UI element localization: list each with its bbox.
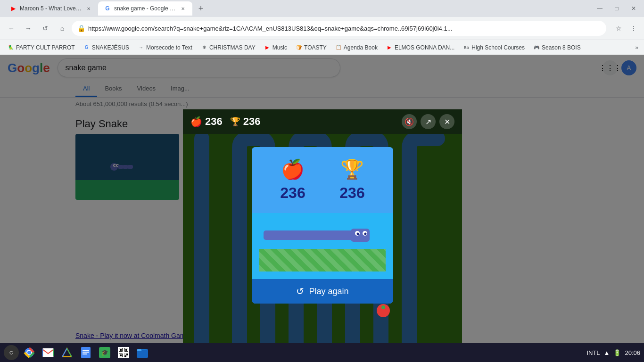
bookmark-parrot-label: PARTY CULT PARROT (16, 44, 75, 51)
replay-icon: ↺ (296, 286, 304, 297)
taskbar-chrome[interactable] (21, 344, 38, 361)
bookmark-highschool-label: High School Courses (471, 44, 525, 51)
taskbar-right: INTL ▲ 🔋 20:06 (586, 349, 640, 356)
taskbar-docs[interactable] (77, 344, 94, 361)
bookmarks-bar: 🦜 PARTY CULT PARROT G SNAKEJÉSUS → Morse… (0, 40, 644, 55)
taskbar-classroom[interactable]: 🎓 (96, 344, 113, 361)
start-button[interactable]: ○ (4, 345, 19, 360)
modal-trophy-icon: 🏆 (340, 158, 364, 181)
svg-line-23 (67, 348, 72, 357)
parrot-icon: 🦜 (8, 44, 14, 51)
snake-game: 🍎 236 🏆 236 🔇 ↗ ✕ (183, 109, 462, 343)
svg-rect-39 (120, 354, 122, 356)
svg-point-19 (27, 351, 31, 354)
modal-best-score: 🏆 236 (339, 158, 364, 202)
wifi-icon: ▲ (604, 349, 610, 356)
bookmark-snake[interactable]: G SNAKEJÉSUS (80, 43, 133, 52)
star-icon[interactable]: ☆ (612, 22, 625, 35)
battery-icon: 🔋 (613, 349, 621, 356)
bookmarks-more[interactable]: » (633, 43, 640, 52)
maximize-button[interactable]: □ (610, 2, 623, 15)
svg-point-10 (381, 305, 385, 309)
svg-line-22 (62, 348, 67, 357)
svg-rect-40 (124, 354, 125, 354)
classroom-icon: 🎓 (99, 347, 110, 358)
gmail-icon (42, 348, 54, 357)
current-score-value: 236 (205, 115, 223, 128)
window-controls: — □ ✕ (593, 2, 640, 15)
mute-button[interactable]: 🔇 (402, 114, 417, 129)
game-controls: 🔇 ↗ ✕ (402, 114, 454, 129)
url-bar[interactable]: 🔒 https://www.google.com/search?q=snake+… (72, 21, 606, 36)
svg-rect-11 (264, 230, 353, 240)
refresh-button[interactable]: ↺ (38, 21, 53, 36)
best-score-value: 236 (243, 115, 261, 128)
modal-snake-svg (261, 223, 384, 247)
christmas-icon: ❄ (201, 44, 207, 51)
svg-rect-37 (120, 349, 122, 351)
tab-youtube[interactable]: ▶ Maroon 5 - What Lovers Do (Lyri... ✕ (4, 1, 98, 16)
modal-snake-area (252, 213, 393, 279)
play-again-button[interactable]: ↺ Play again (252, 279, 393, 304)
taskbar: ○ (0, 343, 644, 362)
bookmark-christmas-label: CHRISTMAS DAY (209, 44, 256, 51)
close-game-button[interactable]: ✕ (439, 114, 454, 129)
svg-rect-27 (83, 354, 87, 354)
tab-google[interactable]: G snake game - Google Search ✕ (98, 1, 192, 16)
tab-google-title: snake game - Google Search (114, 5, 176, 12)
bookmark-christmas[interactable]: ❄ CHRISTMAS DAY (197, 43, 259, 52)
snake-bookmark-icon: G (83, 44, 90, 51)
main-content: Google snake game ⋮⋮⋮ A All Books Videos… (0, 55, 644, 343)
taskbar-gmail[interactable] (40, 344, 57, 361)
tab-youtube-close[interactable]: ✕ (85, 5, 92, 12)
bookmark-music[interactable]: ▶ Music (260, 43, 291, 52)
svg-rect-20 (42, 348, 54, 357)
svg-rect-41 (126, 354, 128, 355)
modal-best-value: 236 (339, 184, 364, 202)
trophy-icon: 🏆 (230, 116, 240, 127)
docs-icon (81, 347, 91, 358)
bookmark-elmos[interactable]: ▶ ELMOS GONNA DAN... (382, 43, 458, 52)
tab-google-close[interactable]: ✕ (179, 5, 187, 12)
modal-scores: 🍎 236 🏆 236 (252, 147, 393, 213)
svg-rect-38 (125, 349, 127, 351)
back-button[interactable]: ← (4, 21, 19, 36)
browser-frame: ▶ Maroon 5 - What Lovers Do (Lyri... ✕ G… (0, 0, 644, 362)
toasty-icon: 🍞 (296, 44, 302, 51)
game-over-modal: 🍎 236 🏆 236 (252, 147, 393, 304)
files-icon (137, 347, 148, 358)
bookmark-highschool[interactable]: Bb High School Courses (459, 43, 528, 52)
svg-rect-26 (83, 352, 89, 353)
game-board: 🍎 236 🏆 236 (183, 134, 462, 343)
google-favicon: G (104, 5, 111, 12)
svg-rect-42 (124, 355, 126, 357)
svg-point-16 (364, 233, 367, 235)
current-score: 🍎 236 (190, 115, 223, 128)
home-button[interactable]: ⌂ (55, 21, 70, 36)
bookmark-parrot[interactable]: 🦜 PARTY CULT PARROT (4, 43, 79, 52)
extensions-menu[interactable]: ⋮ (627, 22, 640, 35)
bookmark-season8-label: Season 8 BOIS (542, 44, 581, 51)
taskbar-files[interactable] (134, 344, 151, 361)
game-header: 🍎 236 🏆 236 🔇 ↗ ✕ (183, 109, 462, 134)
bookmark-morse[interactable]: → Morsecode to Text (134, 43, 196, 52)
taskbar-qr[interactable] (115, 344, 132, 361)
bookmark-toasty[interactable]: 🍞 TOASTY (292, 43, 330, 52)
modal-current-score: 🍎 236 (280, 158, 305, 202)
address-bar: ← → ↺ ⌂ 🔒 https://www.google.com/search?… (0, 17, 644, 40)
forward-button[interactable]: → (21, 21, 36, 36)
play-again-label: Play again (309, 287, 348, 296)
tab-youtube-title: Maroon 5 - What Lovers Do (Lyri... (20, 5, 82, 12)
minimize-button[interactable]: — (593, 2, 606, 15)
bookmark-morse-label: Morsecode to Text (146, 44, 192, 51)
season8-icon: 🎮 (533, 44, 540, 51)
bookmark-elmos-label: ELMOS GONNA DAN... (395, 44, 454, 51)
apple-icon: 🍎 (190, 116, 202, 127)
bookmark-season8[interactable]: 🎮 Season 8 BOIS (529, 43, 585, 52)
new-tab-button[interactable]: + (194, 2, 207, 15)
bookmark-agenda[interactable]: 📋 Agenda Book (331, 43, 381, 52)
close-button[interactable]: ✕ (627, 2, 640, 15)
share-button[interactable]: ↗ (421, 114, 436, 129)
taskbar-drive[interactable] (58, 344, 75, 361)
agenda-icon: 📋 (335, 44, 342, 51)
